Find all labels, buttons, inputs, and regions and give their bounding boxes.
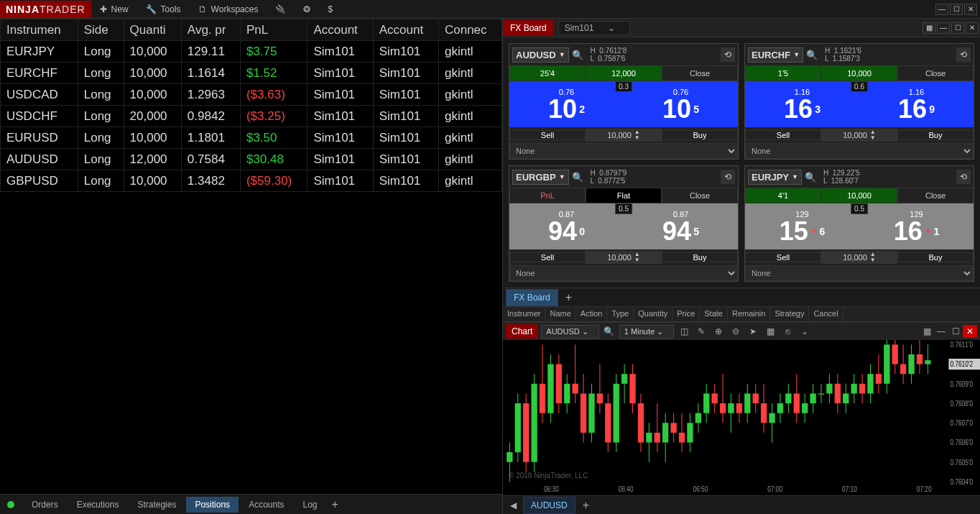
tile-order-type[interactable]: None [509, 265, 738, 281]
column-header[interactable]: Side [78, 19, 124, 41]
chart-data-icon[interactable]: ▦ [763, 325, 777, 338]
tab-strategies[interactable]: Strategies [129, 497, 185, 513]
chart-timeframe-selector[interactable]: 1 Minute ⌄ [619, 325, 674, 339]
maximize-button[interactable]: ☐ [950, 4, 963, 15]
orders-column[interactable]: Action [576, 307, 608, 321]
chart-minimize-button[interactable]: — [934, 325, 948, 338]
fx-close-button[interactable]: ✕ [966, 22, 979, 34]
chart-maximize-button[interactable]: ☐ [948, 325, 963, 338]
tile-ask-panel[interactable]: 1.16 169 [859, 81, 974, 127]
tab-executions[interactable]: Executions [68, 497, 128, 513]
tile-qty-input[interactable]: 10,000 ▲▼ [821, 129, 897, 142]
table-row[interactable]: AUDUSDLong12,0000.7584$30.48Sim101Sim101… [1, 149, 502, 170]
menu-tools[interactable]: 🔧Tools [137, 0, 190, 18]
tile-symbol-selector[interactable]: AUDUSD▼ [512, 47, 569, 63]
fx-minimize-button[interactable]: — [937, 22, 950, 34]
tile-flip-button[interactable]: ⟲ [956, 47, 971, 62]
tile-bid-panel[interactable]: 129 15▼6 [745, 203, 859, 249]
chart-search-icon[interactable]: 🔍 [602, 325, 616, 338]
menu-workspaces[interactable]: 🗋Workspaces [190, 0, 267, 18]
chart-add-tab[interactable]: + [578, 497, 593, 513]
tab-positions[interactable]: Positions [186, 497, 239, 513]
column-header[interactable]: Quanti [124, 19, 181, 41]
tile-pnl-button[interactable]: PnL [509, 188, 586, 203]
tile-qty-input[interactable]: 10,000 ▲▼ [586, 129, 662, 142]
orders-column[interactable]: Price [672, 307, 700, 321]
fx-link-button[interactable]: ▦ [923, 22, 935, 34]
tile-close-button[interactable]: Close [662, 65, 738, 81]
fx-maximize-button[interactable]: ☐ [951, 22, 964, 34]
chart-scroll-left[interactable]: ◀ [506, 499, 520, 512]
tile-flip-button[interactable]: ⟲ [956, 170, 971, 184]
tile-ask-panel[interactable]: 129 16▼1 [859, 203, 974, 249]
chart-indicators-icon[interactable]: ◫ [677, 325, 691, 338]
tile-sell-button[interactable]: Sell [509, 130, 586, 140]
menu-help[interactable]: ❂ [295, 0, 319, 18]
tab-accounts[interactable]: Accounts [240, 497, 292, 513]
orders-column[interactable]: Quantity [634, 307, 672, 321]
column-header[interactable]: PnL [240, 19, 307, 41]
chart-body[interactable]: 0.7611'00.7610'20.7609'00.7608'00.7607'0… [503, 340, 980, 495]
orders-column[interactable]: Cancel [809, 307, 843, 321]
tile-buy-button[interactable]: Buy [897, 252, 974, 262]
chart-zoomout-icon[interactable]: ⊖ [729, 325, 743, 338]
tile-qty-input[interactable]: 10,000 ▲▼ [586, 251, 662, 264]
fx-board-tab[interactable]: FX Board [506, 289, 558, 306]
tile-close-button[interactable]: Close [897, 65, 974, 81]
tile-sell-button[interactable]: Sell [509, 252, 586, 262]
tile-qty-input[interactable]: 10,000 ▲▼ [821, 251, 897, 264]
chart-zoomin-icon[interactable]: ⊕ [711, 325, 726, 338]
tile-symbol-selector[interactable]: EURJPY▼ [748, 170, 802, 185]
chart-close-button[interactable]: ✕ [963, 325, 977, 338]
table-row[interactable]: USDCHFLong20,0000.9842($3.25)Sim101Sim10… [1, 106, 502, 127]
fx-add-tab[interactable]: + [561, 290, 576, 306]
orders-column[interactable]: Name [545, 307, 575, 321]
tile-buy-button[interactable]: Buy [897, 130, 974, 140]
search-icon[interactable]: 🔍 [572, 172, 583, 183]
tile-bid-panel[interactable]: 1.16 163 [745, 81, 859, 127]
tile-symbol-selector[interactable]: EURCHF▼ [748, 47, 803, 63]
tile-buy-button[interactable]: Buy [662, 130, 738, 140]
tile-close-button[interactable]: Close [662, 188, 738, 203]
tab-orders[interactable]: Orders [23, 497, 67, 513]
tab-log[interactable]: Log [294, 497, 325, 513]
tile-flip-button[interactable]: ⟲ [721, 170, 735, 184]
column-header[interactable]: Account [308, 19, 373, 41]
tile-ask-panel[interactable]: 0.87 945 [624, 203, 738, 249]
orders-column[interactable]: State [700, 307, 728, 321]
chart-props-icon[interactable]: ⌄ [798, 325, 812, 338]
tile-ask-panel[interactable]: 0.76 105 [624, 81, 738, 127]
menu-currency[interactable]: $ [319, 0, 341, 18]
orders-column[interactable]: Remainin [728, 307, 770, 321]
tile-flip-button[interactable]: ⟲ [721, 47, 735, 62]
orders-column[interactable]: Instrumer [503, 307, 545, 321]
chart-cursor-icon[interactable]: ➤ [746, 325, 760, 338]
table-row[interactable]: USDCADLong10,0001.2963($3.63)Sim101Sim10… [1, 84, 502, 106]
search-icon[interactable]: 🔍 [806, 50, 818, 60]
table-row[interactable]: GBPUSDLong10,0001.3482($59.30)Sim101Sim1… [1, 170, 502, 192]
orders-column[interactable]: Type [607, 307, 634, 321]
tile-order-type[interactable]: None [745, 143, 974, 159]
menu-new[interactable]: ✚New [91, 0, 137, 18]
tile-symbol-selector[interactable]: EURGBP▼ [512, 170, 569, 185]
column-header[interactable]: Connec [438, 19, 501, 41]
table-row[interactable]: EURUSDLong10,0001.1801$3.50Sim101Sim101g… [1, 127, 502, 149]
minimize-button[interactable]: — [935, 4, 948, 15]
tile-sell-button[interactable]: Sell [745, 252, 821, 262]
chart-symbol-selector[interactable]: AUDUSD ⌄ [541, 325, 599, 339]
account-selector[interactable]: Sim101⌄ [558, 21, 631, 35]
tile-order-type[interactable]: None [509, 143, 738, 159]
menu-connect[interactable]: 🔌 [267, 0, 295, 18]
orders-column[interactable]: Strategy [770, 307, 809, 321]
tile-bid-panel[interactable]: 0.87 940 [509, 203, 624, 249]
table-row[interactable]: EURCHFLong10,0001.1614$1.52Sim101Sim101g… [1, 63, 502, 84]
add-tab-button[interactable]: + [328, 497, 343, 513]
search-icon[interactable]: 🔍 [805, 172, 816, 183]
chart-trader-icon[interactable]: ⎋ [780, 325, 795, 338]
table-row[interactable]: EURJPYLong10,000129.11$3.75Sim101Sim101g… [1, 41, 502, 63]
tile-buy-button[interactable]: Buy [662, 252, 738, 262]
close-button[interactable]: ✕ [964, 4, 977, 15]
tile-bid-panel[interactable]: 0.76 102 [509, 81, 624, 127]
tile-sell-button[interactable]: Sell [745, 130, 821, 140]
tile-order-type[interactable]: None [745, 265, 974, 281]
